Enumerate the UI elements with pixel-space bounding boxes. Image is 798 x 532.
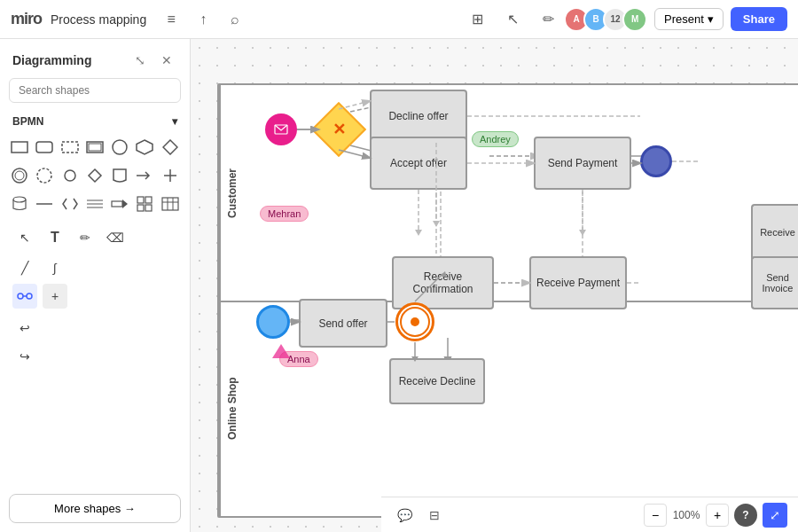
shape-db[interactable]: [9, 193, 30, 215]
chat-icon[interactable]: 💬: [392, 503, 417, 528]
zoom-level: 100%: [670, 509, 702, 521]
svg-rect-23: [137, 205, 144, 211]
shape-circle-sm[interactable]: [59, 165, 81, 186]
bottom-toolbar: 💬 ⊟ − 100% + ? ⤢: [381, 497, 798, 532]
share-button[interactable]: Share: [731, 7, 787, 31]
curve-tool[interactable]: ∫: [43, 255, 67, 280]
redo-icon[interactable]: ↪: [12, 344, 37, 369]
svg-rect-22: [145, 197, 152, 203]
shape-arrow[interactable]: [134, 165, 155, 186]
eraser-tool[interactable]: ⌫: [103, 225, 128, 250]
shape-grid[interactable]: [134, 193, 155, 215]
end-event-top[interactable]: [640, 145, 672, 177]
send-offer-node[interactable]: Send offer: [299, 299, 387, 348]
decline-offer-node[interactable]: Decline offer: [370, 90, 467, 143]
doc-title: Process mapping: [51, 12, 146, 27]
svg-rect-25: [162, 198, 178, 210]
topbar: miro Process mapping ≡ ↑ ⌕ ⊞ ↖ ✏ A B 12 …: [0, 0, 798, 39]
search-input[interactable]: [9, 78, 181, 103]
intermediate-event[interactable]: [395, 301, 435, 342]
shape-diamond2[interactable]: [84, 165, 106, 186]
connector-tool[interactable]: [12, 284, 37, 309]
shape-circle[interactable]: [109, 137, 130, 158]
shape-diamond[interactable]: [160, 137, 181, 158]
send-invoice-partial[interactable]: Send Invoice: [751, 256, 798, 309]
panel-toggle-icon[interactable]: ⊟: [422, 503, 447, 528]
menu-icon[interactable]: ≡: [159, 7, 184, 32]
shape-rect-dashed[interactable]: [59, 137, 81, 158]
svg-point-30: [27, 293, 32, 299]
chevron-icon: ▾: [172, 115, 177, 128]
triangle-event: [272, 344, 290, 358]
shape-document[interactable]: [109, 165, 130, 186]
close-sidebar-icon[interactable]: ✕: [156, 50, 177, 71]
andrey-label: Andrey: [472, 131, 519, 147]
search-icon[interactable]: ⌕: [223, 7, 247, 32]
svg-rect-0: [12, 142, 27, 153]
svg-point-5: [113, 140, 127, 154]
help-button[interactable]: ?: [734, 504, 757, 527]
start-event-email[interactable]: [265, 113, 297, 145]
avatars-group: A B 12 M: [569, 7, 647, 32]
svg-marker-51: [579, 230, 586, 236]
expand-sidebar-icon[interactable]: ⤡: [129, 50, 151, 71]
shape-plus[interactable]: [160, 165, 181, 186]
cursor-icon[interactable]: ↖: [498, 5, 527, 34]
svg-marker-7: [163, 140, 177, 154]
svg-rect-21: [137, 197, 144, 203]
send-payment-node[interactable]: Send Payment: [534, 137, 631, 190]
svg-point-29: [18, 293, 23, 299]
shapes-grid-row2: [0, 161, 190, 190]
shape-line[interactable]: [34, 193, 55, 215]
present-button[interactable]: Present ▾: [654, 8, 724, 30]
zoom-out-button[interactable]: −: [644, 504, 667, 527]
swimlane: Customer Online Shop: [217, 83, 798, 518]
zoom-in-button[interactable]: +: [706, 504, 729, 527]
text-tool[interactable]: T: [43, 225, 67, 250]
accept-offer-node[interactable]: Accept offer: [370, 137, 467, 190]
shape-rect[interactable]: [9, 137, 30, 158]
svg-point-10: [37, 168, 51, 183]
svg-point-15: [13, 197, 26, 202]
shape-list[interactable]: [84, 193, 106, 215]
svg-rect-4: [89, 144, 101, 151]
cursor-tool[interactable]: ↖: [12, 225, 37, 250]
pen-tool[interactable]: ✏: [73, 225, 98, 250]
svg-point-8: [12, 168, 27, 183]
shapes-grid-row3: [0, 190, 190, 218]
start-event-online-shop[interactable]: [256, 305, 290, 339]
fullscreen-button[interactable]: ⤢: [763, 503, 787, 528]
grid-icon[interactable]: ⊞: [463, 5, 491, 34]
shape-bracket[interactable]: [59, 193, 81, 215]
receive-decline-node[interactable]: Receive Decline: [389, 358, 485, 404]
sidebar-header: Diagramming ⤡ ✕: [0, 39, 190, 78]
receive-payment-node[interactable]: Receive Payment: [529, 256, 627, 309]
svg-rect-20: [112, 201, 122, 207]
main-layout: Diagramming ⤡ ✕ BPMN ▾: [0, 39, 798, 532]
shape-arrow2[interactable]: [109, 193, 130, 215]
mehran-label: Mehran: [260, 206, 309, 222]
svg-rect-24: [145, 205, 152, 211]
undo-icon[interactable]: ↩: [12, 316, 37, 340]
add-tool[interactable]: +: [43, 284, 67, 309]
pen-icon[interactable]: ✏: [534, 5, 562, 34]
svg-point-9: [15, 171, 24, 180]
shape-circle-double[interactable]: [9, 165, 30, 186]
x-gateway[interactable]: ✕: [317, 107, 361, 152]
svg-marker-12: [89, 169, 101, 182]
shape-rect-thick[interactable]: [84, 137, 106, 158]
share-icon[interactable]: ↑: [191, 7, 215, 32]
sidebar-title: Diagramming: [12, 53, 91, 67]
shape-rect-rounded[interactable]: [34, 137, 55, 158]
shape-table[interactable]: [160, 193, 181, 215]
svg-marker-53: [433, 221, 440, 227]
receive-partial-top[interactable]: Receive: [751, 204, 798, 261]
bpmn-section[interactable]: BPMN ▾: [0, 110, 190, 133]
svg-marker-6: [137, 140, 153, 154]
svg-rect-1: [36, 142, 52, 153]
line-tool[interactable]: ╱: [12, 255, 37, 280]
avatar-me: M: [622, 7, 647, 32]
shape-circle-dash[interactable]: [34, 165, 55, 186]
more-shapes-button[interactable]: More shapes →: [9, 494, 181, 523]
shape-hexagon[interactable]: [134, 137, 155, 158]
